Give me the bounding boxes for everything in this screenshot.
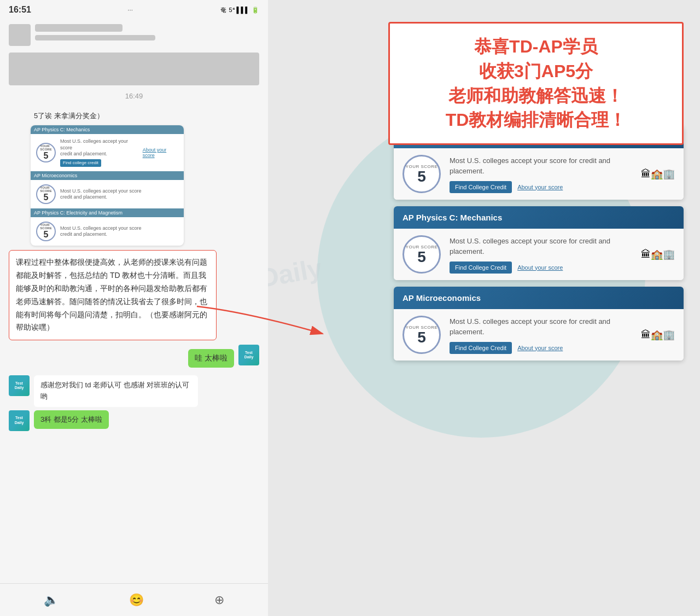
emoji-icon[interactable]: 😊 [129, 593, 144, 607]
ap-card-3: AP Microeconomics YOUR SCORE 5 Most U.S.… [394, 287, 684, 361]
about-score-btn-2[interactable]: About your score [517, 264, 563, 271]
ap-card-3-header: AP Microeconomics [394, 287, 684, 309]
score-circle-3: YOUR SCORE 5 [402, 316, 441, 354]
preview-card-3-header: AP Physics C: Electricity and Magnetism [31, 208, 184, 217]
blurred-text [35, 35, 155, 40]
preview-card-3-text: Most U.S. colleges accept your scorecred… [60, 225, 142, 238]
reply-bubble: 感谢您对我们 td 老师认可 也感谢 对班班的认可哟 [34, 375, 198, 407]
signal-icons: 奄 5⁴ ▌▌▌ 🔋 [220, 6, 259, 14]
buildings-icon-3: 🏛🏫🏢 [641, 329, 675, 341]
about-link-1[interactable]: About your score [143, 147, 178, 158]
ap-card-2-header: AP Physics C: Mechanics [394, 206, 684, 229]
score-cards-preview: AP Physics C: Mechanics YOURSCORE 5 Most… [31, 125, 184, 246]
status-time: 16:51 [9, 5, 31, 15]
preview-find-btn-1[interactable]: Find college credit [60, 159, 101, 167]
speaker-icon[interactable]: 🔈 [44, 593, 59, 607]
ap-card-3-desc: Most U.S. colleges accept your score for… [450, 316, 632, 338]
score-number-2: 5 [417, 249, 426, 265]
preview-card-2-text: Most U.S. colleges accept your scorecred… [60, 188, 142, 201]
ap-card-2: AP Physics C: Mechanics YOUR SCORE 5 Mos… [394, 206, 684, 280]
ap-card-3-content: Most U.S. colleges accept your score for… [450, 316, 632, 354]
td-avatar-3: TestDaily [9, 410, 30, 431]
announcement-box: 恭喜TD-AP学员 收获3门AP5分 老师和助教解答迅速！ TD教材编排清晰合理… [388, 22, 684, 145]
message-timestamp: 16:49 [0, 88, 268, 104]
td-avatar-1: TestDaily [238, 345, 259, 365]
ap-card-3-actions: Find College Credit About your score [450, 342, 632, 354]
arrow-indicator [191, 301, 334, 345]
blurred-row-2 [0, 50, 268, 88]
find-credit-btn-3[interactable]: Find College Credit [450, 342, 512, 354]
bottom-msg-row: TestDaily 3科 都是5分 太棒啦 [9, 410, 259, 431]
blurred-area [9, 53, 259, 85]
chat-bottom-bar: 🔈 😊 ⊕ [0, 583, 268, 616]
preview-card-1-header: AP Physics C: Mechanics [31, 125, 184, 134]
preview-card-1: AP Physics C: Mechanics YOURSCORE 5 Most… [31, 125, 184, 171]
ap-card-2-content: Most U.S. colleges accept your score for… [450, 236, 632, 274]
status-bar: 16:51 ··· 奄 5⁴ ▌▌▌ 🔋 [0, 0, 268, 20]
ap-card-2-body: YOUR SCORE 5 Most U.S. colleges accept y… [394, 229, 684, 280]
ap-card-1-actions: Find College Credit About your score [450, 181, 632, 193]
score-number-3: 5 [417, 330, 426, 345]
buildings-icon-1: 🏛🏫🏢 [641, 168, 675, 180]
status-app-icons: ··· [119, 6, 133, 14]
ap-card-2-actions: Find College Credit About your score [450, 261, 632, 274]
preview-card-3-body: YOURSCORE 5 Most U.S. colleges accept yo… [31, 217, 184, 246]
announcement-line4: TD教材编排清晰合理！ [403, 108, 669, 132]
green-left-row: TestDaily 感谢您对我们 td 老师认可 也感谢 对班班的认可哟 [9, 375, 259, 407]
buildings-icon-2: 🏛🏫🏢 [641, 248, 675, 260]
preview-card-1-body: YOURSCORE 5 Most U.S. colleges accept yo… [31, 134, 184, 171]
ap-card-1-desc: Most U.S. colleges accept your score for… [450, 155, 632, 177]
preview-score-2: YOURSCORE 5 [36, 184, 56, 204]
preview-card-1-text: Most U.S. colleges accept your scorecred… [60, 138, 138, 167]
preview-score-1: YOURSCORE 5 [36, 143, 56, 162]
about-score-btn-1[interactable]: About your score [517, 184, 563, 190]
score-circle-2: YOUR SCORE 5 [402, 235, 441, 274]
bottom-bubble: 3科 都是5分 太棒啦 [34, 410, 109, 429]
find-credit-btn-2[interactable]: Find College Credit [450, 261, 512, 274]
ap-card-3-body: YOUR SCORE 5 Most U.S. colleges accept y… [394, 309, 684, 361]
ap-cards-panel: AP Physics C: Electricity and Magnetism … [394, 126, 684, 367]
ap-card-2-desc: Most U.S. colleges accept your score for… [450, 236, 632, 257]
announcement-line3: 老师和助教解答迅速！ [403, 84, 669, 108]
announcement-line1: 恭喜TD-AP学员 [403, 34, 669, 59]
preview-card-3: AP Physics C: Electricity and Magnetism … [31, 208, 184, 246]
preview-card-2-body: YOURSCORE 5 Most U.S. colleges accept yo… [31, 180, 184, 208]
wifi-icon: 奄 [220, 6, 226, 14]
announcement-line2: 收获3门AP5分 [403, 59, 669, 84]
battery-icon: 🔋 [252, 7, 259, 14]
blurred-name [35, 24, 122, 32]
score-circle-1: YOUR SCORE 5 [402, 155, 441, 193]
green-msg-row-1: 哇 太棒啦 TestDaily [9, 345, 259, 372]
ap-card-1-body: YOUR SCORE 5 Most U.S. colleges accept y… [394, 148, 684, 200]
app-more: ··· [127, 6, 133, 14]
chat-area: 5了诶 来拿满分奖金） AP Physics C: Mechanics YOUR… [0, 104, 268, 439]
user-feedback-message: 课程过程中整体都很便捷高效，从老师的授课来说有问题都能及时解答，包括总结的 TD… [9, 250, 217, 340]
signal-bars: ▌▌▌ [237, 7, 249, 13]
signal-strength: 5⁴ [229, 7, 234, 14]
preview-score-3: YOURSCORE 5 [36, 222, 56, 241]
about-score-btn-3[interactable]: About your score [517, 345, 563, 351]
blurred-avatar [9, 24, 31, 46]
blurred-content [35, 24, 259, 46]
intro-message: 5了诶 来拿满分奖金） [34, 111, 259, 121]
td-avatar-2: TestDaily [9, 375, 30, 396]
score-number-1: 5 [417, 169, 426, 184]
blurred-blocks [0, 20, 268, 50]
green-bubble-1: 哇 太棒啦 [188, 349, 234, 368]
ap-card-1-content: Most U.S. colleges accept your score for… [450, 155, 632, 193]
plus-icon[interactable]: ⊕ [214, 593, 224, 607]
preview-card-2: AP Microeconomics YOURSCORE 5 Most U.S. … [31, 171, 184, 208]
preview-card-2-header: AP Microeconomics [31, 171, 184, 180]
find-credit-btn-1[interactable]: Find College Credit [450, 181, 512, 193]
